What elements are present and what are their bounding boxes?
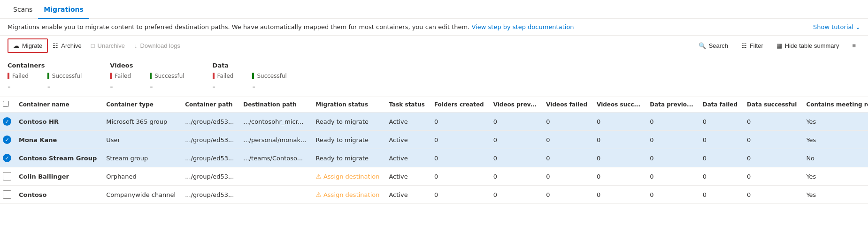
cell-data-failed: 0 (698, 167, 742, 186)
cell-videos-prev: 0 (489, 131, 542, 149)
cell-videos-failed: 0 (541, 113, 592, 131)
cell-data-previo: 0 (645, 167, 698, 186)
row-checkbox-cell[interactable] (0, 186, 14, 204)
green-bar-icon (47, 73, 49, 79)
table-row: Colin BallingerOrphaned.../group/ed53...… (0, 167, 868, 186)
data-summary: Data Failed - Successful - (213, 62, 287, 91)
summary-section: Containers Failed - Successful - Videos (0, 56, 868, 97)
filter-icon: ☷ (741, 42, 747, 49)
col-videos-succ[interactable]: Videos succ... (592, 97, 645, 113)
cell-data-previo: 0 (645, 149, 698, 167)
upload-icon: ☁ (13, 42, 19, 49)
col-data-previo[interactable]: Data previo... (645, 97, 698, 113)
doc-link[interactable]: View step by step documentation (472, 23, 574, 30)
row-checkbox-cell[interactable] (0, 167, 14, 186)
nav-item-scans[interactable]: Scans (8, 0, 38, 19)
cell-container-path: .../group/ed53... (180, 167, 238, 186)
row-checkbox-cell[interactable]: ✓ (0, 131, 14, 149)
archive-button[interactable]: ☷ Archive (48, 39, 86, 52)
containers-successful: Successful - (47, 73, 82, 91)
row-checkbox-cell[interactable]: ✓ (0, 149, 14, 167)
cell-container-name: Contoso (14, 186, 101, 204)
cell-data-previo: 0 (645, 186, 698, 204)
container-name-text: Colin Ballinger (19, 173, 69, 180)
cell-container-path: .../group/ed53... (180, 113, 238, 131)
cell-data-previo: 0 (645, 131, 698, 149)
cell-container-path: .../group/ed53... (180, 131, 238, 149)
data-metrics: Failed - Successful - (213, 73, 287, 91)
unchecked-icon[interactable] (3, 190, 11, 199)
cell-videos-succ: 0 (592, 113, 645, 131)
cell-data-successful: 0 (742, 149, 801, 167)
cell-data-successful: 0 (742, 131, 801, 149)
col-folders-created[interactable]: Folders created (430, 97, 489, 113)
more-options-button[interactable]: ≡ (847, 39, 860, 52)
cell-videos-prev: 0 (489, 113, 542, 131)
toolbar-right: 🔍 Search ☷ Filter ▦ Hide table summary ≡ (694, 39, 860, 52)
checked-icon[interactable]: ✓ (3, 135, 11, 144)
row-checkbox-cell[interactable]: ✓ (0, 113, 14, 131)
checked-icon[interactable]: ✓ (3, 154, 11, 162)
table-row: ✓Contoso HRMicrosoft 365 group.../group/… (0, 113, 868, 131)
table-wrapper: Container name Container type Container … (0, 97, 868, 204)
cell-folders-created: 0 (430, 167, 489, 186)
info-text: Migrations enable you to migrate content… (8, 23, 813, 30)
cell-data-previo: 0 (645, 113, 698, 131)
filter-button[interactable]: ☷ Filter (737, 39, 768, 52)
warning-status: ⚠ Assign destination (315, 191, 379, 198)
col-container-path[interactable]: Container path (180, 97, 238, 113)
cell-migration-status: ⚠ Assign destination (311, 186, 384, 204)
unchecked-icon[interactable] (3, 172, 11, 180)
chevron-down-icon: ⌄ (855, 23, 860, 30)
col-contains-meeting-recording[interactable]: Contains meeting recording (801, 97, 868, 113)
download-icon: ↓ (134, 42, 138, 49)
cell-container-name: Colin Ballinger (14, 167, 101, 186)
cell-contains-meeting-recording: No (801, 149, 868, 167)
videos-successful-value: - (150, 81, 184, 91)
cell-container-type: User (101, 131, 180, 149)
cell-data-successful: 0 (742, 167, 801, 186)
col-videos-failed[interactable]: Videos failed (541, 97, 592, 113)
cell-container-type: Microsoft 365 group (101, 113, 180, 131)
cell-folders-created: 0 (430, 149, 489, 167)
cell-destination-path: .../teams/Contoso... (238, 149, 311, 167)
col-videos-prev[interactable]: Videos prev... (489, 97, 542, 113)
containers-metrics: Failed - Successful - (8, 73, 82, 91)
cell-videos-failed: 0 (541, 149, 592, 167)
col-container-type[interactable]: Container type (101, 97, 180, 113)
col-destination-path[interactable]: Destination path (238, 97, 311, 113)
cell-videos-succ: 0 (592, 186, 645, 204)
cell-videos-succ: 0 (592, 149, 645, 167)
cell-container-type: Stream group (101, 149, 180, 167)
col-container-name[interactable]: Container name (14, 97, 101, 113)
col-data-successful[interactable]: Data successful (742, 97, 801, 113)
containers-failed: Failed - (8, 73, 29, 91)
download-logs-button[interactable]: ↓ Download logs (130, 39, 185, 52)
cell-videos-failed: 0 (541, 167, 592, 186)
cell-contains-meeting-recording: Yes (801, 167, 868, 186)
select-all-checkbox[interactable] (3, 101, 9, 107)
show-tutorial-button[interactable]: Show tutorial ⌄ (813, 23, 860, 30)
migrate-button[interactable]: ☁ Migrate (8, 38, 48, 53)
search-button[interactable]: 🔍 Search (694, 39, 733, 52)
unarchive-button[interactable]: □ Unarchive (86, 39, 130, 52)
data-failed: Failed - (213, 73, 234, 91)
select-all-header[interactable] (0, 97, 14, 113)
cell-data-failed: 0 (698, 131, 742, 149)
data-title: Data (213, 62, 287, 69)
nav-item-migrations[interactable]: Migrations (38, 0, 89, 19)
col-task-status[interactable]: Task status (384, 97, 429, 113)
cell-videos-prev: 0 (489, 149, 542, 167)
col-data-failed[interactable]: Data failed (698, 97, 742, 113)
cell-data-failed: 0 (698, 113, 742, 131)
cell-videos-succ: 0 (592, 131, 645, 149)
cell-destination-path (238, 167, 311, 186)
cell-container-name: Mona Kane (14, 131, 101, 149)
red-bar-icon (110, 73, 112, 79)
top-nav: Scans Migrations (0, 0, 868, 19)
checked-icon[interactable]: ✓ (3, 117, 11, 126)
col-migration-status[interactable]: Migration status (311, 97, 384, 113)
cell-videos-prev: 0 (489, 186, 542, 204)
hide-table-summary-button[interactable]: ▦ Hide table summary (772, 39, 844, 52)
cell-destination-path: .../contosohr_micr... (238, 113, 311, 131)
